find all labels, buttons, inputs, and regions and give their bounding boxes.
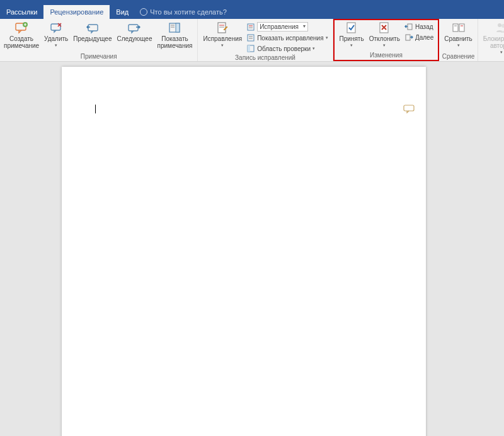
- previous-change-icon: [404, 22, 413, 31]
- text-cursor: [95, 105, 96, 113]
- previous-change-label: Назад: [415, 23, 433, 30]
- compare-label: Сравнить: [444, 35, 472, 42]
- dropdown-icon: ▾: [326, 35, 328, 40]
- svg-rect-23: [406, 35, 410, 40]
- tab-mailings[interactable]: Рассылки: [0, 5, 43, 19]
- document-workspace: [0, 62, 504, 436]
- next-comment-icon: [127, 21, 141, 34]
- svg-rect-4: [129, 25, 138, 31]
- group-tracking-label: Запись исправлений: [200, 54, 329, 62]
- block-authors-label: Блокироватьавторов: [483, 35, 504, 49]
- display-for-review-combo[interactable]: Исправления: [244, 21, 329, 32]
- svg-rect-12: [248, 24, 254, 30]
- group-tracking: Исправления▾ Исправления Показать исправ…: [198, 19, 333, 61]
- delete-comment-label: Удалить: [44, 35, 68, 42]
- reviewing-pane-button[interactable]: Область проверки ▾: [244, 43, 329, 54]
- svg-point-29: [501, 24, 504, 28]
- svg-rect-32: [404, 105, 414, 111]
- group-comments-label: Примечания: [3, 52, 195, 61]
- svg-point-28: [498, 23, 501, 27]
- block-authors-button: Блокироватьавторов▾: [481, 20, 504, 56]
- dropdown-icon: ▾: [369, 43, 400, 48]
- group-compare: Сравнить▾ Сравнение: [439, 19, 478, 61]
- track-changes-icon: [215, 21, 229, 34]
- show-comments-icon: [168, 21, 181, 34]
- tab-view[interactable]: Вид: [110, 5, 135, 19]
- svg-rect-24: [453, 24, 458, 32]
- compare-icon: [452, 21, 466, 34]
- reject-label: Отклонить: [369, 35, 400, 42]
- svg-rect-20: [347, 23, 355, 33]
- bulb-icon: [140, 8, 147, 16]
- delete-comment-icon: [49, 21, 63, 34]
- reject-button[interactable]: Отклонить▾: [367, 20, 403, 50]
- next-comment-button[interactable]: Следующее: [114, 20, 154, 50]
- svg-rect-9: [218, 23, 226, 33]
- display-combo-value: Исправления: [257, 22, 308, 32]
- new-comment-icon: [14, 21, 28, 34]
- tab-review[interactable]: Рецензирование: [43, 5, 110, 19]
- group-changes-label: Изменения: [337, 51, 436, 60]
- show-markup-label: Показать исправления: [257, 35, 323, 42]
- previous-change-button[interactable]: Назад: [403, 21, 435, 32]
- next-change-label: Далее: [415, 34, 433, 41]
- show-comments-label: Показатьпримечания: [157, 35, 192, 49]
- svg-rect-25: [459, 24, 464, 32]
- reject-icon: [377, 21, 391, 34]
- show-markup-icon: [246, 33, 255, 42]
- tell-me-search[interactable]: Что вы хотите сделать?: [135, 5, 232, 19]
- svg-rect-6: [176, 23, 180, 32]
- accept-icon: [345, 21, 358, 34]
- dropdown-icon: ▾: [312, 46, 315, 51]
- svg-rect-19: [248, 45, 250, 52]
- accept-label: Принять: [340, 35, 364, 42]
- dropdown-icon: ▾: [444, 43, 472, 48]
- show-comments-button[interactable]: Показатьпримечания: [154, 20, 195, 50]
- ribbon: Создатьпримечание Удалить▾ Предыдущее Сл…: [0, 19, 504, 62]
- display-icon: [246, 23, 255, 32]
- group-compare-label: Сравнение: [442, 52, 475, 61]
- group-protect: Блокироватьавторов▾ Ограничитьредактиров…: [478, 19, 504, 61]
- svg-rect-15: [248, 35, 254, 41]
- document-page[interactable]: [62, 67, 426, 436]
- dropdown-icon: ▾: [340, 43, 364, 48]
- dropdown-icon: ▾: [203, 43, 242, 48]
- dropdown-icon: ▾: [483, 50, 504, 55]
- svg-rect-22: [408, 24, 412, 30]
- delete-comment-button[interactable]: Удалить▾: [42, 20, 71, 50]
- compare-button[interactable]: Сравнить▾: [442, 20, 475, 50]
- reviewing-pane-icon: [246, 44, 255, 53]
- reviewing-pane-label: Область проверки: [257, 45, 311, 52]
- next-change-icon: [404, 33, 413, 42]
- svg-rect-3: [88, 25, 98, 31]
- block-authors-icon: [495, 21, 504, 34]
- next-change-button[interactable]: Далее: [403, 32, 435, 42]
- next-comment-label: Следующее: [117, 35, 152, 49]
- dropdown-icon: ▾: [44, 43, 68, 48]
- tab-bar: Рассылки Рецензирование Вид Что вы хотит…: [0, 5, 504, 19]
- accept-button[interactable]: Принять▾: [337, 20, 367, 50]
- previous-comment-icon: [86, 21, 100, 34]
- group-comments: Создатьпримечание Удалить▾ Предыдущее Сл…: [0, 19, 198, 61]
- show-markup-button[interactable]: Показать исправления ▾: [244, 33, 329, 43]
- group-changes: Принять▾ Отклонить▾ Назад Далее Изменени…: [333, 19, 440, 61]
- titlebar: [0, 0, 504, 5]
- comment-indicator-icon[interactable]: [403, 105, 415, 113]
- previous-comment-button[interactable]: Предыдущее: [71, 20, 114, 50]
- previous-comment-label: Предыдущее: [73, 35, 112, 49]
- tell-me-label: Что вы хотите сделать?: [150, 8, 227, 16]
- new-comment-button[interactable]: Создатьпримечание: [1, 20, 42, 50]
- new-comment-label: Создатьпримечание: [4, 35, 39, 49]
- track-changes-label: Исправления: [203, 35, 242, 42]
- track-changes-button[interactable]: Исправления▾: [200, 20, 244, 50]
